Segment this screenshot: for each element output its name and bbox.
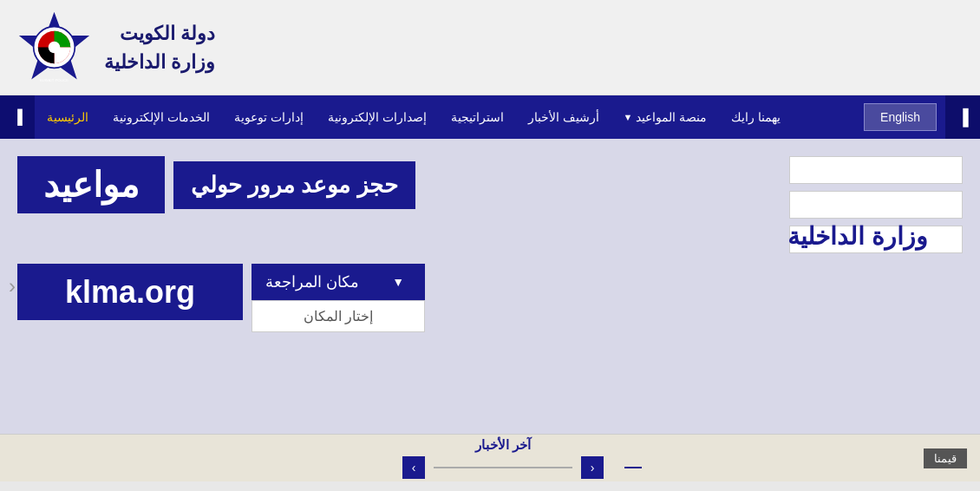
nav-item-mawaaeed-platform[interactable]: منصة المواعيد ▼ [611,95,720,139]
ministry-name: وزارة الداخلية [104,48,215,76]
row2: ▼ مكان المراجعة إختار المكان klma.org [17,264,928,332]
book-appointment-btn[interactable]: حجز موعد مرور حولي [173,161,415,209]
nav-item-publications[interactable]: إصدارات الإلكترونية [316,95,439,139]
nav-item-awareness[interactable]: إدارات توعوية [222,95,316,139]
qeemna-button[interactable]: قيمنا [924,448,967,468]
book-appointment-label: حجز موعد مرور حولي [191,172,398,199]
news-next-btn[interactable]: › [402,456,425,479]
nav-right-toggle[interactable]: ▐ [0,95,35,139]
menu-icon: ▐ [957,108,969,127]
header-title: دولة الكويت وزارة الداخلية [104,19,215,76]
nav-item-yehamna[interactable]: يهمنا رايك [719,95,793,139]
nav-item-eservices[interactable]: الخدمات الإلكترونية [101,95,222,139]
news-left-area: قيمنا [924,448,967,468]
english-button[interactable]: English [864,103,937,131]
police-logo-svg: KUWAIT POLICE [17,10,91,84]
nav-item-strategy[interactable]: استراتيجية [439,95,516,139]
row1: حجز موعد مرور حولي مواعيد [17,156,928,213]
location-block: ▼ مكان المراجعة إختار المكان [252,264,425,332]
navigation: ▐ English يهمنا رايك منصة المواعيد ▼ أرش… [0,95,980,139]
mawaaeed-title-box: مواعيد [17,156,165,213]
logo: KUWAIT POLICE [17,10,91,84]
news-line-bar [434,467,572,468]
klma-box[interactable]: klma.org [17,264,243,320]
header: دولة الكويت وزارة الداخلية KUWAIT POLICE [0,0,980,95]
svg-text:KUWAIT POLICE: KUWAIT POLICE [40,78,69,82]
country-name: دولة الكويت [104,19,215,48]
nav-items: يهمنا رايك منصة المواعيد ▼ أرشيف الأخبار… [0,95,793,139]
appointments-section: حجز موعد مرور حولي مواعيد وزارة الداخلية… [0,139,980,434]
ministry-subtitle: وزارة الداخلية [17,222,928,251]
news-pagination: ‹ › [402,456,604,479]
nav-item-archive[interactable]: أرشيف الأخبار [516,95,611,139]
location-dropdown-label: مكان المراجعة [265,272,359,291]
nav-left: ▐ English [855,95,980,139]
news-footer: قيمنا آخر الأخبار ‹ › [0,434,980,481]
main-content: ‹ حجز موعد مرور حولي مواعيد وزارة الداخل… [0,139,980,434]
news-center-area: آخر الأخبار ‹ › [82,437,924,479]
news-section-title: آخر الأخبار [475,437,531,453]
carousel-prev-chevron[interactable]: ‹ [9,274,16,298]
klma-url-text: klma.org [65,274,195,311]
dropdown-arrow-icon: ▼ [624,112,633,122]
nav-side-toggle[interactable]: ▐ [945,95,980,139]
mawaaeed-title: مواعيد [43,165,139,205]
right-menu-icon: ▐ [12,109,22,125]
news-progress-line [434,467,572,468]
location-dropdown[interactable]: ▼ مكان المراجعة [252,264,425,300]
location-arrow-icon: ▼ [392,275,404,289]
location-select-placeholder[interactable]: إختار المكان [252,300,425,332]
svg-point-3 [49,42,61,54]
news-prev-btn[interactable]: ‹ [581,456,604,479]
nav-item-home[interactable]: الرئيسية [35,95,101,139]
